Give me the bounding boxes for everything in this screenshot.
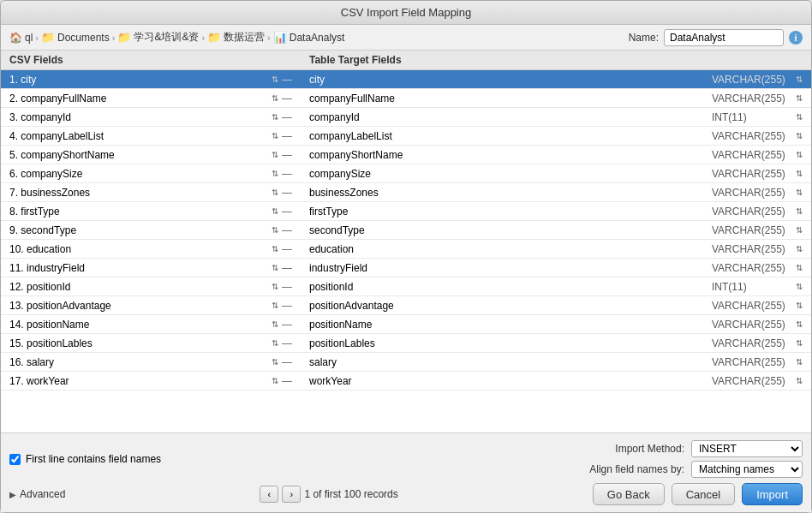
right-cell: positionId INT(11) ⇅ <box>301 279 811 295</box>
right-cell: positionName VARCHAR(255) ⇅ <box>301 317 811 332</box>
mapping-table[interactable]: 1. city ⇅ — city VARCHAR(255) ⇅ 2. compa… <box>1 70 811 432</box>
table-row[interactable]: 2. companyFullName ⇅ — companyFullName V… <box>1 89 811 108</box>
field-type: VARCHAR(255) <box>712 243 789 255</box>
prev-page-button[interactable]: ‹ <box>260 486 278 503</box>
table-row[interactable]: 10. education ⇅ — education VARCHAR(255)… <box>1 240 811 259</box>
breadcrumb-folder2[interactable]: 📁 学习&培训&资 <box>117 30 199 45</box>
import-method-label: Import Method: <box>615 443 684 455</box>
field-dropdown-icon[interactable]: ⇅ <box>796 263 803 272</box>
table-row[interactable]: 12. positionId ⇅ — positionId INT(11) ⇅ <box>1 277 811 296</box>
table-row[interactable]: 11. industryField ⇅ — industryField VARC… <box>1 259 811 277</box>
dash-separator: — <box>282 111 292 123</box>
field-dropdown-icon[interactable]: ⇅ <box>796 338 803 348</box>
field-type: VARCHAR(255) <box>712 262 789 274</box>
dash-separator: — <box>282 224 292 236</box>
field-type: VARCHAR(255) <box>712 168 789 180</box>
field-dropdown-icon[interactable]: ⇅ <box>796 282 803 291</box>
table-row[interactable]: 14. positionName ⇅ — positionName VARCHA… <box>1 315 811 334</box>
csv-field-name: 8. firstType <box>9 206 268 218</box>
target-field-name: companyLabelList <box>309 130 705 142</box>
table-row[interactable]: 4. companyLabelList ⇅ — companyLabelList… <box>1 127 811 146</box>
right-cell: businessZones VARCHAR(255) ⇅ <box>301 185 811 200</box>
advanced-row: ▶ Advanced <box>9 488 65 500</box>
table-row[interactable]: 9. secondType ⇅ — secondType VARCHAR(255… <box>1 221 811 240</box>
table-row[interactable]: 5. companyShortName ⇅ — companyShortName… <box>1 146 811 164</box>
field-dropdown-icon[interactable]: ⇅ <box>796 244 803 254</box>
left-cell: 15. positionLables ⇅ — <box>1 336 301 351</box>
left-cell: 13. positionAdvantage ⇅ — <box>1 298 301 313</box>
sort-arrows-icon: ⇅ <box>272 75 278 84</box>
field-dropdown-icon[interactable]: ⇅ <box>796 93 803 103</box>
align-names-select[interactable]: Matching names <box>691 461 803 478</box>
left-cell: 2. companyFullName ⇅ — <box>1 91 301 106</box>
dash-separator: — <box>282 300 292 312</box>
field-dropdown-icon[interactable]: ⇅ <box>796 150 803 159</box>
right-cell: firstType VARCHAR(255) ⇅ <box>301 204 811 219</box>
first-line-checkbox-row: First line contains field names <box>9 453 161 465</box>
right-cell: companyLabelList VARCHAR(255) ⇅ <box>301 128 811 144</box>
right-cell: city VARCHAR(255) ⇅ <box>301 72 811 87</box>
field-dropdown-icon[interactable]: ⇅ <box>796 376 803 385</box>
breadcrumb-documents[interactable]: 📁 Documents <box>41 31 110 44</box>
sort-arrows-icon: ⇅ <box>272 320 278 329</box>
csv-field-name: 12. positionId <box>9 281 268 293</box>
cancel-button[interactable]: Cancel <box>672 483 735 505</box>
field-dropdown-icon[interactable]: ⇅ <box>796 169 803 178</box>
target-field-name: salary <box>309 356 705 368</box>
table-row[interactable]: 7. businessZones ⇅ — businessZones VARCH… <box>1 183 811 202</box>
import-options: Import Method: INSERT Align field names … <box>589 440 803 478</box>
name-field-group: Name: i <box>629 29 803 46</box>
csv-field-name: 11. industryField <box>9 262 268 274</box>
import-button[interactable]: Import <box>742 483 803 505</box>
first-line-checkbox[interactable] <box>9 454 21 465</box>
field-dropdown-icon[interactable]: ⇅ <box>796 301 803 310</box>
field-type: VARCHAR(255) <box>712 337 789 349</box>
table-row[interactable]: 16. salary ⇅ — salary VARCHAR(255) ⇅ <box>1 353 811 372</box>
field-dropdown-icon[interactable]: ⇅ <box>796 131 803 140</box>
table-row[interactable]: 17. workYear ⇅ — workYear VARCHAR(255) ⇅ <box>1 372 811 391</box>
right-cell: companyShortName VARCHAR(255) ⇅ <box>301 147 811 163</box>
table-row[interactable]: 8. firstType ⇅ — firstType VARCHAR(255) … <box>1 202 811 221</box>
table-row[interactable]: 15. positionLables ⇅ — positionLables VA… <box>1 334 811 353</box>
breadcrumb-bar: 🏠 ql › 📁 Documents › 📁 学习&培训&资 › 📁 数据运营 … <box>1 25 811 51</box>
left-cell: 16. salary ⇅ — <box>1 355 301 370</box>
field-dropdown-icon[interactable]: ⇅ <box>796 206 803 216</box>
info-button[interactable]: i <box>789 31 803 45</box>
go-back-button[interactable]: Go Back <box>593 483 665 505</box>
sort-arrows-icon: ⇅ <box>272 132 278 140</box>
footer-top: First line contains field names Import M… <box>9 440 803 478</box>
breadcrumb-home[interactable]: 🏠 ql <box>9 32 33 44</box>
name-input[interactable] <box>664 29 784 46</box>
breadcrumb-file[interactable]: 📊 DataAnalyst <box>273 31 345 44</box>
field-dropdown-icon[interactable]: ⇅ <box>796 225 803 235</box>
csv-field-name: 6. companySize <box>9 168 268 180</box>
left-cell: 1. city ⇅ — <box>1 72 301 87</box>
field-dropdown-icon[interactable]: ⇅ <box>796 75 803 84</box>
table-row[interactable]: 6. companySize ⇅ — companySize VARCHAR(2… <box>1 164 811 183</box>
left-cell: 12. positionId ⇅ — <box>1 279 301 295</box>
field-type: VARCHAR(255) <box>712 224 789 236</box>
sort-arrows-icon: ⇅ <box>272 151 278 159</box>
table-row[interactable]: 13. positionAdvantage ⇅ — positionAdvant… <box>1 296 811 315</box>
target-field-name: companySize <box>309 168 705 180</box>
right-cell: industryField VARCHAR(255) ⇅ <box>301 260 811 276</box>
field-dropdown-icon[interactable]: ⇅ <box>796 319 803 329</box>
field-dropdown-icon[interactable]: ⇅ <box>796 112 803 122</box>
sort-arrows-icon: ⇅ <box>272 226 278 235</box>
breadcrumb-folder3[interactable]: 📁 数据运营 <box>207 30 265 45</box>
breadcrumb-sep-4: › <box>267 33 271 43</box>
name-label: Name: <box>629 32 659 44</box>
field-dropdown-icon[interactable]: ⇅ <box>796 357 803 367</box>
table-row[interactable]: 1. city ⇅ — city VARCHAR(255) ⇅ <box>1 70 811 89</box>
sort-arrows-icon: ⇅ <box>272 283 278 291</box>
target-field-name: secondType <box>309 224 705 236</box>
field-type: VARCHAR(255) <box>712 206 789 218</box>
sort-arrows-icon: ⇅ <box>272 207 278 216</box>
field-dropdown-icon[interactable]: ⇅ <box>796 188 803 197</box>
table-row[interactable]: 3. companyId ⇅ — companyId INT(11) ⇅ <box>1 108 811 127</box>
import-method-select[interactable]: INSERT <box>691 440 803 457</box>
sort-arrows-icon: ⇅ <box>272 94 278 103</box>
right-cell: workYear VARCHAR(255) ⇅ <box>301 373 811 389</box>
next-page-button[interactable]: › <box>282 486 301 503</box>
target-field-name: companyId <box>309 111 705 123</box>
